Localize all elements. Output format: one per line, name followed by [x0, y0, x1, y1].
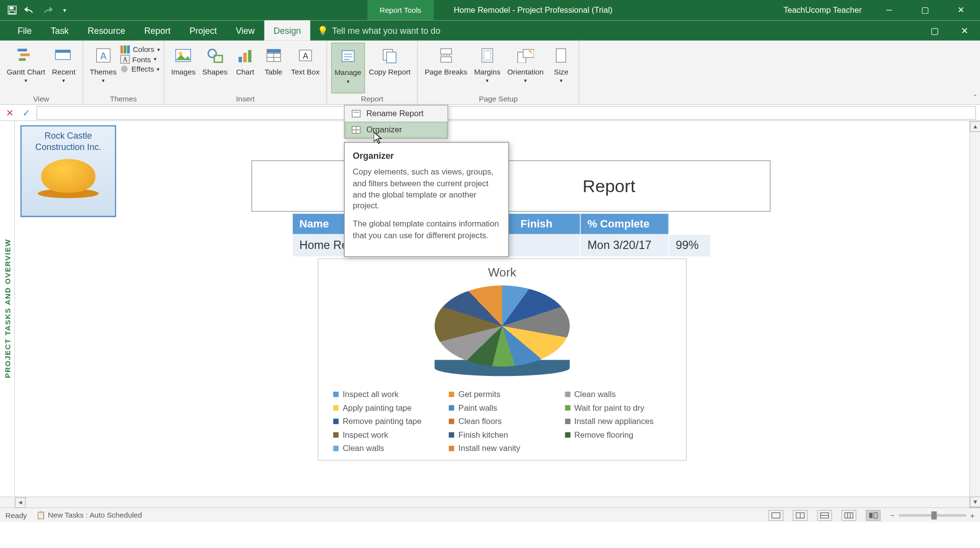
zoom-out-icon[interactable]: −: [890, 511, 895, 520]
tab-file[interactable]: File: [8, 20, 42, 40]
company-name-1: Rock Castle: [25, 130, 111, 142]
col-complete[interactable]: % Complete: [580, 213, 669, 234]
group-themes-label: Themes: [87, 93, 160, 104]
entry-bar: ✕ ✓: [0, 105, 980, 121]
svg-rect-1: [9, 7, 13, 10]
horizontal-scrollbar[interactable]: ◄ ►: [0, 497, 980, 507]
close-button[interactable]: ✕: [946, 0, 976, 20]
maximize-button[interactable]: ▢: [909, 0, 940, 20]
view-btn-3[interactable]: [817, 510, 832, 521]
margins-button[interactable]: Margins▾: [471, 43, 503, 94]
report-title[interactable]: Report: [251, 160, 770, 212]
svg-rect-11: [124, 45, 127, 53]
zoom-control[interactable]: − +: [890, 511, 975, 520]
copy-report-button[interactable]: Copy Report: [366, 43, 413, 94]
ribbon: Gantt Chart▾ Recent▾ View AThemes▾ Color…: [0, 41, 980, 105]
rename-icon: [352, 110, 361, 118]
svg-text:A: A: [100, 51, 106, 61]
zoom-slider[interactable]: [899, 514, 966, 517]
view-btn-1[interactable]: [768, 510, 783, 521]
svg-rect-33: [387, 52, 396, 63]
restore-window-button[interactable]: ▢: [919, 20, 950, 40]
company-name-2: Construction Inc.: [25, 142, 111, 153]
svg-point-15: [179, 51, 183, 55]
view-btn-5[interactable]: [866, 510, 881, 521]
vertical-scrollbar[interactable]: ▲ ▼: [969, 121, 980, 507]
svg-point-13: [121, 66, 128, 73]
scroll-up-icon[interactable]: ▲: [970, 121, 980, 132]
themes-button[interactable]: AThemes▾: [87, 43, 120, 94]
quick-access-toolbar: ▾: [0, 3, 77, 17]
redo-icon[interactable]: [41, 3, 54, 17]
pie-chart: [434, 285, 570, 380]
chart-button[interactable]: Chart: [232, 43, 259, 94]
group-report-label: Report: [331, 93, 413, 104]
legend-item: Install new appliances: [565, 417, 671, 426]
rename-report-item[interactable]: Rename Report: [345, 105, 448, 122]
svg-rect-35: [441, 57, 452, 62]
tooltip-text-2: The global template contains information…: [353, 219, 500, 241]
tooltip-text-1: Copy elements, such as views, groups, an…: [353, 166, 500, 212]
orientation-button[interactable]: Orientation▾: [504, 43, 546, 94]
svg-text:A: A: [303, 51, 308, 61]
view-btn-4[interactable]: [841, 510, 856, 521]
entry-input[interactable]: [37, 106, 976, 120]
fonts-button[interactable]: AFonts ▾: [120, 55, 160, 64]
legend-item: Apply painting tape: [333, 403, 439, 412]
svg-rect-2: [9, 11, 15, 14]
tab-design[interactable]: Design: [264, 20, 310, 40]
svg-rect-25: [267, 50, 281, 53]
scroll-down-icon[interactable]: ▼: [970, 497, 980, 507]
organizer-item[interactable]: Organizer: [345, 122, 448, 138]
collapse-ribbon-icon[interactable]: ˆ: [974, 93, 977, 102]
view-btn-2[interactable]: [793, 510, 808, 521]
close-window-button[interactable]: ✕: [950, 20, 980, 40]
qat-dropdown-icon[interactable]: ▾: [58, 3, 72, 17]
lightbulb-icon: 💡: [317, 25, 328, 36]
tab-report[interactable]: Report: [135, 20, 180, 40]
page-breaks-button[interactable]: Page Breaks: [422, 43, 470, 94]
tab-view[interactable]: View: [226, 20, 264, 40]
svg-rect-19: [243, 53, 246, 62]
tab-project[interactable]: Project: [180, 20, 226, 40]
status-bar: Ready 📋 New Tasks : Auto Scheduled − +: [0, 507, 980, 522]
zoom-in-icon[interactable]: +: [970, 511, 975, 520]
tab-task[interactable]: Task: [41, 20, 78, 40]
legend-item: Paint walls: [449, 403, 555, 412]
svg-rect-34: [441, 49, 452, 54]
colors-button[interactable]: Colors ▾: [120, 45, 160, 53]
effects-button[interactable]: Effects ▾: [120, 65, 160, 73]
chart-title: Work: [325, 266, 679, 280]
legend-item: Inspect work: [333, 430, 439, 440]
table-button[interactable]: Table: [260, 43, 287, 94]
size-button[interactable]: Size▾: [548, 43, 574, 94]
tab-resource[interactable]: Resource: [78, 20, 135, 40]
legend-item: Wait for paint to dry: [565, 403, 671, 412]
company-logo-card[interactable]: Rock Castle Construction Inc.: [20, 125, 116, 217]
shapes-button[interactable]: Shapes: [200, 43, 231, 94]
recent-button[interactable]: Recent▾: [49, 43, 78, 94]
save-icon[interactable]: [5, 3, 19, 17]
work-chart[interactable]: Work Inspect all workGet permitsClean wa…: [318, 258, 687, 461]
undo-icon[interactable]: [23, 3, 37, 17]
svg-rect-40: [524, 50, 534, 58]
cancel-entry-icon[interactable]: ✕: [4, 106, 16, 119]
legend-item: Remove painting tape: [333, 417, 439, 426]
context-tab-label: Report Tools: [367, 0, 433, 20]
accept-entry-icon[interactable]: ✓: [20, 106, 32, 119]
svg-rect-41: [556, 49, 566, 62]
svg-rect-52: [352, 110, 360, 117]
gantt-chart-button[interactable]: Gantt Chart▾: [4, 43, 48, 94]
images-button[interactable]: Images: [168, 43, 198, 94]
organizer-tooltip: Organizer Copy elements, such as views, …: [344, 142, 509, 257]
tooltip-title: Organizer: [353, 151, 500, 161]
scroll-left-icon[interactable]: ◄: [15, 497, 25, 508]
svg-rect-3: [18, 49, 27, 51]
minimize-button[interactable]: ─: [874, 0, 904, 20]
document-title: Home Remodel - Project Professional (Tri…: [454, 5, 612, 15]
svg-rect-5: [19, 58, 26, 61]
text-box-button[interactable]: AText Box: [288, 43, 322, 94]
left-sidebar[interactable]: PROJECT TASKS AND OVERVIEW: [0, 121, 15, 497]
tell-me-search[interactable]: 💡 Tell me what you want to do: [317, 25, 441, 36]
manage-button[interactable]: Manage▾: [331, 43, 365, 94]
